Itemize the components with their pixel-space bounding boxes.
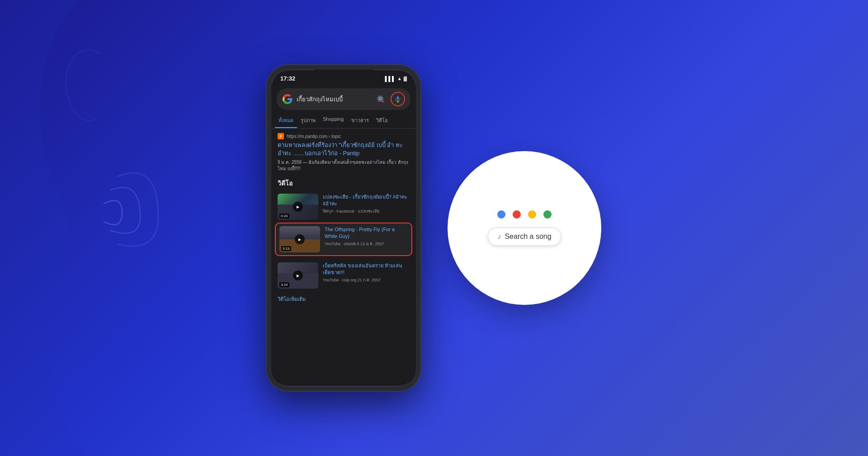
- svg-rect-2: [397, 96, 399, 100]
- face-silhouette: [0, 0, 190, 456]
- video-title-2: The Offspring - Pretty Fly (For a White …: [325, 226, 408, 240]
- mute-button: [267, 106, 268, 119]
- google-mic-icon[interactable]: [391, 92, 405, 106]
- main-container: 17:32 ▌▌▌ ▲ ▓ เ: [267, 65, 601, 391]
- status-icons: ▌▌▌ ▲ ▓: [385, 76, 407, 81]
- signal-icon: ▌▌▌: [385, 76, 395, 81]
- tab-all[interactable]: ทั้งหมด: [275, 114, 297, 128]
- battery-icon: ▓: [404, 76, 407, 81]
- phone-frame: 17:32 ▌▌▌ ▲ ▓ เ: [267, 65, 420, 391]
- video-meta-3: YouTube · csip.org 21 ก.ค. 2557: [323, 277, 410, 283]
- result-snippet: 9 ม.ค. 2558 — ฉันร้องผิดมาตั้งแต่เด็กๆเล…: [278, 159, 410, 172]
- volume-up-button: [267, 124, 268, 147]
- video-title-3: เบ็ดคริสตัล ของเล่นอันตราย ห้ามเล่นเด็ดข…: [323, 262, 410, 276]
- video-item-1[interactable]: ▶ 0:24 แปลงซะเสีย - เกี้ยวซักถุงมัยเบบี้…: [271, 191, 416, 223]
- tab-shopping[interactable]: Shopping: [319, 114, 348, 128]
- more-videos-label[interactable]: วิดีโอเพิ่มเติม: [271, 291, 416, 307]
- google-lens-icon[interactable]: [374, 93, 387, 105]
- google-logo: [282, 94, 293, 104]
- video-duration-1: 0:24: [279, 214, 289, 218]
- video-meta-2: YouTube · classik k 21 ม.ค. 2557: [325, 241, 408, 247]
- video-section-label: วิดีโอ: [271, 175, 416, 191]
- tab-news[interactable]: ข่าวสาร: [348, 114, 373, 128]
- video-thumbnail-2: ▶ 3:13: [279, 226, 320, 252]
- video-item-3[interactable]: ▶ 3:24 เบ็ดคริสตัล ของเล่นอันตราย ห้ามเล…: [271, 260, 416, 291]
- video-duration-3: 3:24: [279, 282, 289, 287]
- search-query-text: เกี้ยวสักถุงไหมเบบี้: [297, 95, 371, 104]
- video-title-1: แปลงซะเสีย - เกี้ยวซักถุงมัยเบบี้? #อ้าท…: [323, 194, 410, 207]
- wifi-icon: ▲: [397, 76, 402, 81]
- video-duration-2: 3:13: [281, 246, 291, 251]
- search-bar[interactable]: เกี้ยวสักถุงไหมเบบี้: [277, 88, 410, 110]
- voice-ui-circle: ♪ Search a song: [448, 151, 601, 305]
- search-result-section: P https://m.pantip.com › topic ตามหาเพลง…: [271, 128, 416, 175]
- nav-tabs: ทั้งหมด รูปภาพ Shopping ข่าวสาร วิดีโอ: [271, 114, 416, 128]
- result-url: https://m.pantip.com › topic: [287, 134, 341, 139]
- video-info-2: The Offspring - Pretty Fly (For a White …: [325, 226, 408, 247]
- power-button: [420, 115, 420, 138]
- dot-green: [543, 210, 552, 218]
- svg-point-1: [379, 98, 382, 100]
- dot-blue: [497, 210, 505, 218]
- video-info-1: แปลงซะเสีย - เกี้ยวซักถุงมัยเบบี้? #อ้าท…: [323, 194, 410, 214]
- dot-red: [513, 210, 521, 218]
- tab-video[interactable]: วิดีโอ: [373, 114, 392, 128]
- search-song-button[interactable]: ♪ Search a song: [488, 228, 561, 246]
- status-time: 17:32: [280, 75, 295, 82]
- phone-notch: [314, 70, 373, 82]
- favicon-icon: P: [278, 133, 284, 139]
- dot-yellow: [528, 210, 536, 218]
- video-thumbnail-1: ▶ 0:24: [278, 194, 318, 220]
- tab-images[interactable]: รูปภาพ: [297, 114, 319, 128]
- result-source: P https://m.pantip.com › topic: [278, 133, 410, 139]
- volume-down-button: [267, 151, 268, 174]
- video-info-3: เบ็ดคริสตัล ของเล่นอันตราย ห้ามเล่นเด็ดข…: [323, 262, 410, 283]
- video-thumbnail-3: ▶ 3:24: [278, 262, 318, 289]
- video-meta-1: ฟิสบุก · Facebook · แปลงซะเสีย: [323, 209, 410, 214]
- google-dots: [497, 210, 552, 218]
- video-item-2[interactable]: ▶ 3:13 The Offspring - Pretty Fly (For a…: [275, 223, 412, 256]
- phone-content: เกี้ยวสักถุงไหมเบบี้: [271, 85, 416, 383]
- search-song-label: Search a song: [505, 233, 551, 241]
- music-note-icon: ♪: [497, 233, 501, 241]
- result-title[interactable]: ตามหาเพลงฝรั่งที่ร้องว่า "เกี้ยวซักถุงมั…: [278, 141, 410, 157]
- phone-container: 17:32 ▌▌▌ ▲ ▓ เ: [267, 65, 420, 391]
